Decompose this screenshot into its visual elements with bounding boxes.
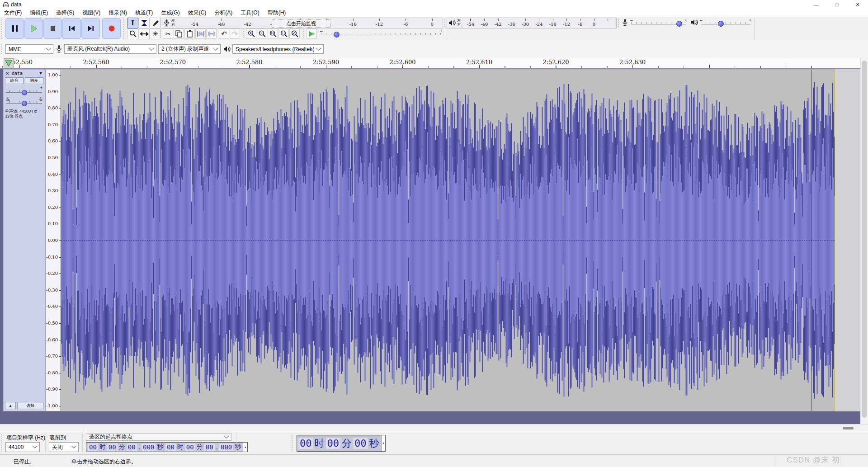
time-shift-tool-button[interactable] xyxy=(138,28,150,39)
recording-channels-select[interactable]: 2 (立体声) 录制声道 xyxy=(158,44,221,54)
selection-toolbar: 项目采样率 (Hz) 44100 吸附到 关闭 选区的起点和终点 00时00分0… xyxy=(0,432,868,454)
vertical-ruler-label: 0.00 xyxy=(48,238,58,243)
pause-button[interactable] xyxy=(5,18,24,39)
waveform-area[interactable] xyxy=(61,70,835,411)
status-state: 已停止. xyxy=(14,458,31,466)
stop-button[interactable] xyxy=(43,18,62,39)
gain-slider-thumb[interactable] xyxy=(22,90,27,95)
selection-tool-button[interactable]: I xyxy=(127,18,138,28)
minimize-button[interactable]: — xyxy=(806,0,826,9)
snap-to-select[interactable]: 关闭 xyxy=(49,442,79,452)
skip-to-start-button[interactable] xyxy=(62,18,81,39)
zoom-out-button[interactable] xyxy=(257,28,267,39)
menu-item[interactable]: 选择(S) xyxy=(52,9,78,17)
playback-device-select[interactable]: Speakers/Headphones (Realtek(R)) xyxy=(232,44,324,54)
time-toolbar-grip[interactable] xyxy=(291,434,293,452)
selection-tool-icon: I xyxy=(131,19,134,27)
collapse-track-button[interactable]: ▲ xyxy=(5,402,16,409)
zoom-toolbar-grip[interactable] xyxy=(242,29,245,38)
play-speed-slider[interactable]: – + xyxy=(321,30,442,37)
pan-slider-thumb[interactable] xyxy=(22,101,27,106)
copy-button[interactable] xyxy=(174,28,184,39)
tools-toolbar-grip[interactable] xyxy=(123,18,125,39)
horizontal-scrollbar[interactable] xyxy=(0,424,868,432)
zoom-tool-icon xyxy=(129,30,137,38)
cut-button[interactable]: ✂ xyxy=(163,28,173,39)
meter-scale-number: -6 xyxy=(578,22,583,27)
meter-channel-labels: 左右 xyxy=(171,19,175,27)
menu-item[interactable]: 轨道(T) xyxy=(131,9,157,17)
vertical-scrollbar-thumb[interactable] xyxy=(862,61,867,418)
redo-button[interactable]: ↷ xyxy=(230,28,240,39)
timeline-ruler[interactable]: 2:52.5502:52.5602:52.5702:52.5802:52.590… xyxy=(0,58,860,69)
zoom-in-button[interactable] xyxy=(246,28,256,39)
selection-toolbar-grip[interactable] xyxy=(1,434,3,452)
horizontal-scrollbar-thumb[interactable] xyxy=(843,427,854,429)
mute-button[interactable]: 静音 xyxy=(5,77,24,84)
edit-toolbar-grip[interactable] xyxy=(159,29,161,38)
playback-meter-grip[interactable] xyxy=(444,18,446,27)
menu-item[interactable]: 视图(V) xyxy=(78,9,104,17)
zoom-to-selection-button[interactable] xyxy=(268,28,278,39)
skip-to-end-button[interactable] xyxy=(81,18,100,39)
menu-item[interactable]: 效果(C) xyxy=(184,9,211,17)
close-button[interactable]: ✕ xyxy=(847,0,868,9)
vertical-ruler[interactable]: 1.000.900.800.700.600.500.400.300.200.10… xyxy=(46,70,61,411)
selection-mode-select[interactable]: 选区的起点和终点 xyxy=(86,433,231,441)
meter-monitor-overlay[interactable]: 点击开始监视 xyxy=(272,19,330,28)
status-hint: 单击并拖动选区的右边界。 xyxy=(71,458,137,466)
transport-toolbar-grip[interactable] xyxy=(1,18,3,39)
recording-device-select[interactable]: 麦克风 (Realtek(R) Audio) xyxy=(64,44,156,54)
vertical-scrollbar[interactable] xyxy=(860,58,868,424)
menu-item[interactable]: 播录(N) xyxy=(104,9,131,17)
selection-start-field[interactable]: 00时00分00.000秒▾ xyxy=(86,442,170,452)
silence-audio-icon xyxy=(208,30,216,38)
play-button[interactable] xyxy=(24,18,43,39)
meter-scale-number: 0 xyxy=(431,22,434,27)
play-at-speed-icon xyxy=(308,30,316,38)
zoom-toggle-button[interactable] xyxy=(289,28,300,39)
trim-audio-button[interactable] xyxy=(195,28,206,39)
menu-item[interactable]: 生成(G) xyxy=(157,9,184,17)
playback-meter[interactable]: 左右 -54-48-42-36-30-24-18-12-60 xyxy=(447,18,617,28)
recording-volume-thumb[interactable] xyxy=(676,21,682,27)
zoom-tool-button[interactable] xyxy=(127,28,138,39)
vertical-ruler-label: -1.00 xyxy=(46,403,58,409)
solo-button[interactable]: 独奏 xyxy=(25,77,43,84)
timeline-pin-button[interactable] xyxy=(4,58,14,68)
selection-end-field[interactable]: 00时00分00.000秒▾ xyxy=(164,442,248,452)
meter-scale-number: -42 xyxy=(244,22,251,27)
menu-item[interactable]: 帮助(H) xyxy=(264,9,290,17)
menu-item[interactable]: 编辑(E) xyxy=(26,9,52,17)
menu-item[interactable]: 工具(O) xyxy=(236,9,263,17)
track-close-button[interactable]: ✕ xyxy=(5,71,9,76)
play-speed-thumb[interactable] xyxy=(334,32,340,38)
play-at-speed-grip[interactable] xyxy=(303,29,305,38)
silence-audio-button[interactable] xyxy=(206,28,217,39)
playback-volume-thumb[interactable] xyxy=(718,21,724,27)
track-name[interactable]: data xyxy=(12,71,23,76)
device-toolbar-grip[interactable] xyxy=(1,43,3,55)
audio-position-field[interactable]: 00时00分00秒▾ xyxy=(297,435,386,452)
recording-meter-grip[interactable] xyxy=(159,18,161,27)
playback-volume-slider[interactable]: – + xyxy=(701,19,750,26)
mixer-toolbar-grip[interactable] xyxy=(618,18,620,27)
recording-volume-slider[interactable]: – + xyxy=(631,19,686,26)
selection-boundary-cursor[interactable] xyxy=(811,70,812,411)
envelope-tool-button[interactable] xyxy=(138,18,150,28)
vertical-ruler-label: -0.40 xyxy=(46,304,58,309)
audio-host-select[interactable]: MME xyxy=(5,44,53,54)
record-button[interactable] xyxy=(102,18,121,39)
track-select-button[interactable]: 选择 xyxy=(17,402,43,409)
play-at-speed-button[interactable] xyxy=(307,28,317,39)
menu-item[interactable]: 分析(A) xyxy=(210,9,236,17)
paste-button[interactable] xyxy=(184,28,195,39)
track-menu-button[interactable]: ▼ xyxy=(38,71,43,75)
maximize-button[interactable]: □ xyxy=(826,0,847,9)
undo-button[interactable]: ↶ xyxy=(219,28,229,39)
recording-meter[interactable]: 左右 -54-48-42-36-30-24-18-12-60 点击开始监视 xyxy=(162,18,443,28)
skip-to-end-icon xyxy=(86,24,95,33)
project-rate-select[interactable]: 44100 xyxy=(5,442,40,452)
fit-project-button[interactable] xyxy=(278,28,289,39)
menu-item[interactable]: 文件(F) xyxy=(0,9,26,17)
